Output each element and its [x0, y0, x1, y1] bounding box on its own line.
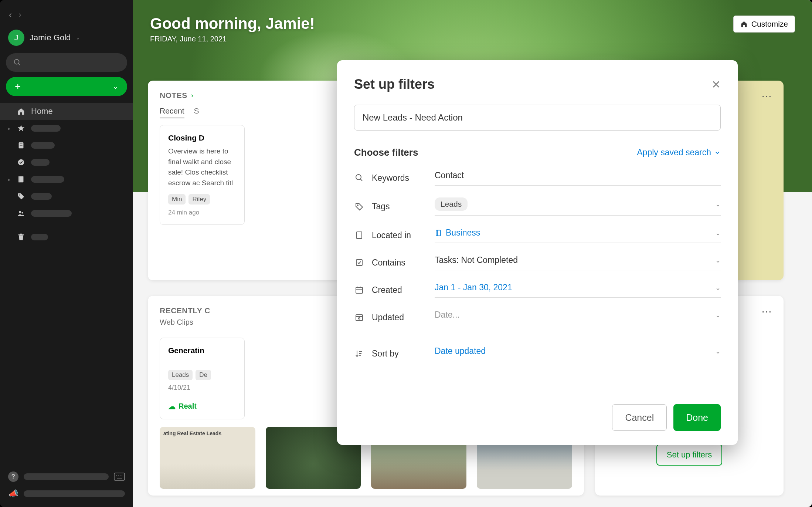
search-icon: [354, 173, 364, 183]
search-input[interactable]: [6, 53, 127, 72]
sidebar-item-shared[interactable]: [0, 205, 133, 222]
filter-tags-row[interactable]: Tags Leads ⌄: [354, 197, 721, 216]
customize-icon: [740, 20, 748, 28]
tab-recent[interactable]: Recent: [160, 107, 184, 118]
home-icon: [16, 107, 26, 116]
close-icon[interactable]: ✕: [711, 78, 721, 91]
chevron-down-icon: ⌄: [715, 229, 721, 237]
tag-chip[interactable]: Min: [168, 194, 186, 205]
task-icon: [16, 158, 26, 167]
placeholder: [31, 210, 72, 217]
filter-name-input[interactable]: [354, 105, 721, 131]
svg-rect-22: [357, 232, 362, 239]
tag-chip[interactable]: De: [196, 370, 211, 380]
placeholder: [31, 176, 64, 183]
note-card[interactable]: Closing D Overview is here to final walk…: [160, 125, 245, 225]
sidebar-item-notes[interactable]: [0, 137, 133, 154]
placeholder: [31, 193, 52, 200]
clip-thumbnail[interactable]: ating Real Estate Leads: [160, 427, 255, 489]
sidebar: ‹ › J Jamie Gold ⌄ + ⌄ Home ▸: [0, 0, 133, 507]
chevron-down-icon: ⌄: [715, 200, 721, 208]
more-icon[interactable]: ⋯: [761, 90, 772, 102]
sidebar-item-trash[interactable]: [0, 229, 133, 246]
svg-line-20: [360, 179, 362, 181]
note-timestamp: 24 min ago: [168, 209, 236, 216]
chevron-right-icon[interactable]: ›: [191, 92, 193, 99]
svg-rect-6: [19, 176, 24, 183]
username: Jamie Gold: [30, 33, 71, 43]
trash-icon: [16, 232, 26, 242]
widget-title: NOTES: [160, 91, 187, 100]
filter-keywords-row[interactable]: Keywords Contact: [354, 170, 721, 186]
more-icon[interactable]: ⋯: [761, 305, 772, 318]
filter-value: Contact: [435, 170, 464, 180]
tag-pill[interactable]: Leads: [435, 197, 468, 211]
filter-label: Sort by: [372, 349, 427, 359]
filter-updated-row[interactable]: Updated Date... ⌄: [354, 310, 721, 325]
choose-filters-label: Choose filters: [354, 147, 418, 158]
svg-point-19: [356, 175, 361, 180]
star-icon: [16, 124, 26, 133]
expand-icon[interactable]: ▸: [8, 177, 13, 182]
filter-label: Tags: [372, 202, 427, 212]
chevron-down-icon: ⌄: [715, 256, 721, 264]
customize-button[interactable]: Customize: [733, 16, 795, 33]
filter-value: Date updated: [435, 346, 486, 356]
svg-point-8: [19, 195, 20, 196]
tab-suggested[interactable]: S: [194, 107, 199, 118]
clip-source: ☁ Realt: [168, 402, 236, 411]
clip-title: Generatin: [168, 346, 236, 355]
svg-rect-26: [356, 260, 362, 266]
svg-point-10: [21, 212, 23, 214]
svg-rect-24: [436, 230, 441, 236]
sort-icon: [354, 348, 364, 359]
tag-chip[interactable]: Leads: [168, 370, 193, 380]
tag-chip[interactable]: Riley: [188, 194, 210, 205]
cancel-button[interactable]: Cancel: [612, 404, 667, 431]
note-icon: [16, 141, 26, 150]
sidebar-item-tags[interactable]: [0, 188, 133, 205]
svg-rect-27: [356, 287, 363, 293]
keyboard-icon[interactable]: [114, 473, 125, 481]
svg-point-21: [357, 205, 358, 206]
back-arrow[interactable]: ‹: [9, 10, 12, 20]
forward-arrow[interactable]: ›: [18, 10, 21, 20]
filter-label: Updated: [372, 312, 427, 322]
sidebar-item-shortcuts[interactable]: ▸: [0, 120, 133, 137]
sidebar-item-label: Home: [31, 107, 53, 116]
filter-created-row[interactable]: Created Jan 1 - Jan 30, 2021 ⌄: [354, 282, 721, 298]
notebook-icon: [16, 175, 26, 184]
note-body: Overview is here to final walkt and clos…: [168, 146, 236, 188]
sidebar-item-tasks[interactable]: [0, 154, 133, 171]
sidebar-announce-row[interactable]: 📣: [8, 489, 125, 499]
help-icon: ?: [8, 471, 18, 482]
svg-rect-7: [18, 176, 20, 183]
tag-icon: [16, 192, 26, 201]
done-button[interactable]: Done: [673, 404, 721, 431]
chevron-down-icon: ⌄: [715, 284, 721, 292]
sort-by-row[interactable]: Sort by Date updated ⌄: [354, 346, 721, 361]
chevron-down-icon: ⌄: [113, 82, 118, 91]
new-note-button[interactable]: + ⌄: [6, 77, 127, 96]
clip-card[interactable]: Generatin Leads De 4/10/21 ☁ Realt: [160, 338, 245, 419]
set-up-filters-modal: Set up filters ✕ Choose filters Apply sa…: [337, 60, 738, 445]
set-up-filters-button[interactable]: Set up filters: [656, 444, 722, 466]
filter-contains-row[interactable]: Contains Tasks: Not Completed ⌄: [354, 255, 721, 270]
sidebar-item-notebooks[interactable]: ▸: [0, 171, 133, 188]
filter-located-in-row[interactable]: Located in Business ⌄: [354, 227, 721, 243]
tag-icon: [354, 202, 364, 212]
clip-date: 4/10/21: [168, 384, 236, 392]
svg-rect-13: [114, 473, 125, 480]
placeholder: [31, 125, 61, 132]
avatar: J: [8, 30, 24, 46]
sidebar-item-home[interactable]: Home: [0, 103, 133, 120]
notebook-icon: [354, 230, 364, 240]
sidebar-info-row[interactable]: ?: [8, 471, 125, 482]
apply-saved-search-button[interactable]: Apply saved search: [637, 148, 721, 158]
note-title: Closing D: [168, 133, 236, 142]
chevron-down-icon: ⌄: [715, 347, 721, 355]
filter-value: Tasks: Not Completed: [435, 255, 518, 265]
account-switcher[interactable]: J Jamie Gold ⌄: [0, 25, 133, 53]
megaphone-icon: 📣: [8, 489, 18, 499]
expand-icon[interactable]: ▸: [8, 126, 13, 131]
